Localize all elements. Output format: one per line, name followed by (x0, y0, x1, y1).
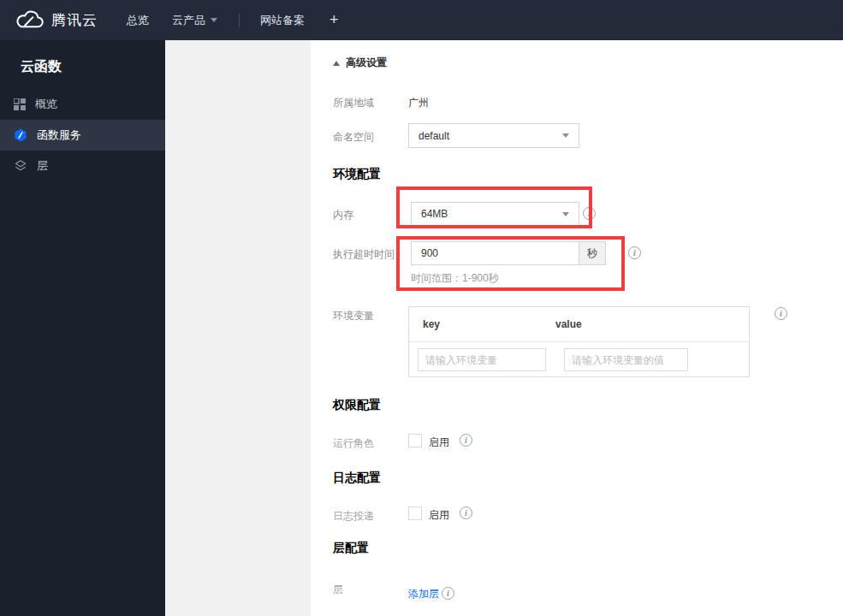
log-info-icon[interactable] (460, 506, 472, 519)
advanced-settings-label: 高级设置 (346, 56, 387, 70)
nav-divider (239, 14, 240, 27)
timeout-unit: 秒 (579, 241, 606, 265)
timeout-range-hint: 时间范围：1-900秒 (411, 271, 499, 286)
sidebar-title: 云函数 (0, 40, 165, 76)
add-layer-link[interactable]: 添加层 (408, 587, 439, 601)
nav-links: 总览 云产品 网站备案 + (127, 11, 339, 29)
chevron-down-icon (562, 133, 569, 138)
nav-cloud-products[interactable]: 云产品 (172, 13, 217, 28)
sidebar-item-layers[interactable]: 层 (0, 151, 165, 181)
brand-name: 腾讯云 (51, 10, 98, 30)
log-enable-label: 启用 (429, 508, 449, 523)
role-enable-checkbox[interactable] (408, 434, 422, 447)
envvars-key-header: key (423, 318, 555, 330)
role-info-icon[interactable] (460, 434, 472, 447)
role-enable-label: 启用 (429, 435, 449, 450)
layer-section-title: 层配置 (333, 541, 369, 556)
sidebar-item-function-service[interactable]: 函数服务 (0, 120, 165, 151)
envvars-label: 环境变量 (333, 309, 374, 323)
memory-info-icon[interactable] (583, 207, 596, 220)
memory-select[interactable]: 64MB (411, 202, 579, 226)
run-role-label: 运行角色 (333, 436, 374, 451)
env-config-section-title: 环境配置 (333, 167, 381, 182)
nav-overview[interactable]: 总览 (127, 13, 149, 28)
nav-cloud-products-label: 云产品 (172, 13, 205, 28)
chevron-down-icon (562, 212, 569, 216)
region-label: 所属地域 (333, 96, 374, 110)
memory-selected-value: 64MB (421, 208, 448, 220)
envvar-value-input[interactable] (564, 348, 688, 371)
envvars-table-header: key value (409, 307, 749, 342)
permission-section-title: 权限配置 (333, 398, 381, 413)
grid-icon (14, 98, 26, 110)
log-delivery-label: 日志投递 (333, 509, 374, 524)
tencent-cloud-logo-icon (15, 10, 44, 31)
timeout-label: 执行超时时间 (333, 247, 395, 262)
sidebar-item-label: 概览 (35, 97, 57, 112)
collapse-arrow-icon (333, 61, 340, 66)
envvars-info-icon[interactable] (775, 307, 787, 320)
envvars-value-header: value (555, 318, 582, 330)
sidebar: 云函数 概览 函数服务 层 (0, 40, 165, 616)
top-navbar: 腾讯云 总览 云产品 网站备案 + (0, 0, 843, 40)
layer-label: 层 (333, 583, 343, 597)
nav-add-tab-button[interactable]: + (329, 11, 339, 29)
sidebar-item-label: 函数服务 (37, 127, 81, 143)
envvars-table-row (409, 342, 749, 371)
region-value: 广州 (408, 96, 429, 110)
timeout-input[interactable] (411, 241, 579, 265)
brand[interactable]: 腾讯云 (15, 10, 98, 31)
namespace-select[interactable]: default (408, 123, 579, 148)
timeout-input-group: 秒 (411, 241, 606, 265)
nav-website-record[interactable]: 网站备案 (260, 13, 305, 28)
envvars-table: key value (408, 306, 750, 377)
log-section-title: 日志配置 (333, 471, 381, 486)
layer-info-icon[interactable] (442, 587, 454, 600)
sidebar-menu: 概览 函数服务 层 (0, 89, 165, 181)
scf-hexagon-icon (14, 128, 27, 142)
advanced-settings-toggle[interactable]: 高级设置 (333, 56, 387, 70)
chevron-down-icon (211, 18, 217, 22)
sidebar-item-overview[interactable]: 概览 (0, 89, 165, 120)
memory-label: 内存 (333, 208, 353, 222)
log-enable-checkbox[interactable] (408, 506, 422, 520)
function-config-panel: 高级设置 所属地域 广州 命名空间 default 环境配置 内存 64MB 执… (311, 40, 843, 616)
timeout-info-icon[interactable] (628, 246, 641, 259)
sidebar-item-label: 层 (37, 158, 48, 174)
envvar-key-input[interactable] (418, 348, 546, 371)
namespace-label: 命名空间 (333, 130, 374, 145)
namespace-selected-value: default (419, 130, 449, 142)
layers-icon (14, 159, 27, 173)
